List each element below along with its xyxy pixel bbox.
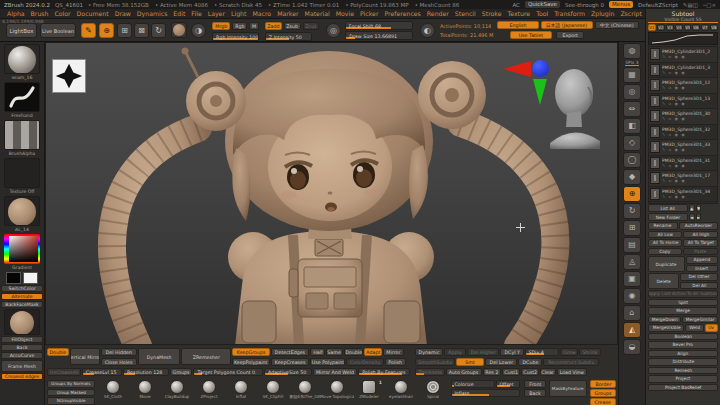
rotate-button[interactable]: ↻: [151, 23, 166, 38]
mirror-button[interactable]: Mirror: [383, 348, 404, 356]
grow-button[interactable]: Grow: [560, 348, 578, 356]
menu-item-tool[interactable]: Tool: [536, 10, 548, 17]
axis-y-arrow[interactable]: [533, 79, 547, 105]
subtool-row-icons[interactable]: ✎ ▫ ◉ ◉: [662, 116, 716, 121]
load-view-button[interactable]: Load View: [557, 368, 587, 376]
keepcreases-button[interactable]: KeepCreases: [271, 358, 309, 366]
close-holes-button[interactable]: Close Holes: [101, 358, 137, 366]
subtool-row[interactable]: PM3D_Sphere3D1_31✎ ▫ ◉ ◉: [649, 156, 717, 172]
stroke-thumb[interactable]: [4, 82, 40, 112]
subtool-row-icons[interactable]: ✎ ▫ ◉ ◉: [662, 147, 716, 152]
vertical-mirror-button[interactable]: Vertical Mirror: [70, 348, 100, 365]
menu-item-edit[interactable]: Edit: [173, 10, 185, 17]
uv-view-icon[interactable]: ◭: [623, 322, 641, 338]
subtool-row-icons[interactable]: ✎ ▫ ◉ ◉: [662, 163, 716, 168]
live-boolean-button[interactable]: Live Boolean: [40, 23, 76, 38]
sculptris-pro-button[interactable]: ◑: [191, 23, 206, 38]
subtool-row-icons[interactable]: ✎ ▫ ◉ ◉: [662, 132, 716, 137]
frame-mesh-button[interactable]: Frame Mesh: [1, 360, 43, 372]
zoom3d-icon[interactable]: ◬: [623, 254, 641, 270]
project-button[interactable]: Project: [648, 375, 718, 383]
menu-item-texture[interactable]: Texture: [508, 10, 531, 17]
all-high-button[interactable]: All High: [683, 231, 718, 239]
menu-item-file[interactable]: File: [191, 10, 201, 17]
reconstruct-subdiv-button[interactable]: Reconstruct Subdiv: [543, 358, 599, 366]
ticon-button[interactable]: ×: [711, 2, 716, 8]
texture-thumb[interactable]: [4, 158, 40, 188]
use-tablet-button[interactable]: Use Tablet: [510, 31, 552, 39]
adapt-button[interactable]: Adapt: [364, 348, 382, 356]
scroll-up-button[interactable]: ▲: [689, 204, 695, 212]
menu-item-alpha[interactable]: Alpha: [7, 10, 25, 17]
del-hidden-button[interactable]: Del Hidden: [101, 348, 137, 356]
lightbox-button[interactable]: LightBox: [6, 23, 37, 38]
frame-icon[interactable]: ▣: [623, 271, 641, 287]
dynamic-button[interactable]: Dynamic: [415, 348, 443, 356]
double-button[interactable]: Double: [344, 348, 363, 356]
local-icon[interactable]: ⇔: [623, 101, 641, 117]
subtool-row[interactable]: PM3D_Cylinder3D1_2✎ ▫ ◉ ◉: [649, 47, 717, 63]
rename-button[interactable]: Rename: [648, 222, 678, 230]
menu-item-render[interactable]: Render: [427, 10, 449, 17]
menu-item-preferences[interactable]: Preferences: [384, 10, 420, 17]
ngroupvisible-button[interactable]: NGroupVisible: [47, 397, 95, 405]
home-icon[interactable]: ⌂: [623, 305, 641, 321]
folder-prev-button[interactable]: ◄: [689, 213, 695, 221]
target-polygons-count-0-button[interactable]: Target Polygons Count 0.: [193, 368, 263, 376]
tray-brush-e-the-gk[interactable]: 删除E和The_GK: [290, 380, 320, 399]
uncreaseall-button[interactable]: UnCreaseAll: [47, 368, 81, 376]
menus-button[interactable]: Menus: [609, 1, 633, 8]
colorize-button[interactable]: Colorize: [451, 380, 495, 388]
smoothsubdiv-button[interactable]: SmoothSubdiv: [415, 358, 455, 366]
paste-button[interactable]: Paste: [683, 248, 718, 256]
rotate-view-icon[interactable]: ↻: [623, 203, 641, 219]
mergedown-button[interactable]: MergeDown: [648, 316, 681, 324]
ticon-button[interactable]: ◫: [693, 2, 698, 8]
lsym-icon[interactable]: ◧: [623, 118, 641, 134]
mirror-and-weld-button[interactable]: Mirror And Weld: [313, 368, 357, 376]
language-english-button[interactable]: English: [497, 21, 539, 29]
view-tab-v8-button[interactable]: V8: [710, 24, 718, 31]
view-tab-v4-button[interactable]: V4: [675, 24, 683, 31]
gizmo-button[interactable]: ⊕: [99, 23, 114, 38]
tray-brush-claybuildup[interactable]: ClayBuildup: [162, 380, 192, 399]
menu-item-movie[interactable]: Movie: [336, 10, 354, 17]
menu-item-dynamics[interactable]: Dynamics: [137, 10, 168, 17]
subtool-row-icons[interactable]: ✎ ▫ ◉ ◉: [662, 178, 716, 183]
subtool-row-icons[interactable]: ✎ ▫ ◉ ◉: [662, 194, 716, 199]
subtool-row[interactable]: PM3D_Sphere3D1_30✎ ▫ ◉ ◉: [649, 109, 717, 125]
menu-item-material[interactable]: Material: [305, 10, 330, 17]
subtool-row[interactable]: PM3D_Cylinder3D1_3✎ ▫ ◉ ◉: [649, 63, 717, 79]
draw-size-slider[interactable]: Draw Size 13.66891: [345, 31, 413, 40]
polish-by-features-button[interactable]: Polish By Features: [358, 368, 410, 376]
view-tab-v7-button[interactable]: V7: [701, 24, 709, 31]
persp-icon[interactable]: ▦: [623, 67, 641, 83]
append-button[interactable]: Append: [686, 256, 718, 264]
auto-groups-button[interactable]: Auto Groups: [446, 368, 482, 376]
clear-button[interactable]: Clear: [540, 368, 556, 376]
dcyl-y-button[interactable]: DCyl Y: [500, 348, 524, 356]
subtool-row-icons[interactable]: ✎ ▫ ◉ ◉: [662, 54, 716, 59]
alpha-stamp-preview[interactable]: [52, 59, 86, 93]
zsub-button[interactable]: Zsub: [284, 22, 301, 30]
split-button[interactable]: Split: [648, 299, 718, 307]
detectedges-button[interactable]: DetectEdges: [271, 348, 309, 356]
rgb-intensity-slider[interactable]: Rgb Intensity 100: [212, 32, 259, 41]
apply-button[interactable]: Apply: [444, 348, 466, 356]
shrink-button[interactable]: Shrink: [579, 348, 601, 356]
language-chinese-button[interactable]: 中文 (Chinese): [595, 21, 639, 29]
accucurve-button[interactable]: AccuCurve: [1, 352, 43, 359]
view-tab-v1-button[interactable]: V1: [648, 24, 656, 31]
xpose-icon[interactable]: ⊕: [623, 186, 641, 202]
view-tab-v5-button[interactable]: V5: [684, 24, 692, 31]
main-color-swatch[interactable]: [6, 272, 21, 284]
gradient-label[interactable]: Gradient: [12, 265, 32, 271]
uv-button[interactable]: Uv: [705, 324, 718, 332]
menu-item-light[interactable]: Light: [231, 10, 246, 17]
copy-button[interactable]: Copy: [648, 248, 682, 256]
current-color-swatch[interactable]: [171, 22, 187, 38]
move-button[interactable]: ⊞: [117, 23, 132, 38]
same-button[interactable]: Same: [326, 348, 343, 356]
menu-item-macro[interactable]: Macro: [252, 10, 271, 17]
axis-x-arrow[interactable]: [503, 61, 531, 77]
